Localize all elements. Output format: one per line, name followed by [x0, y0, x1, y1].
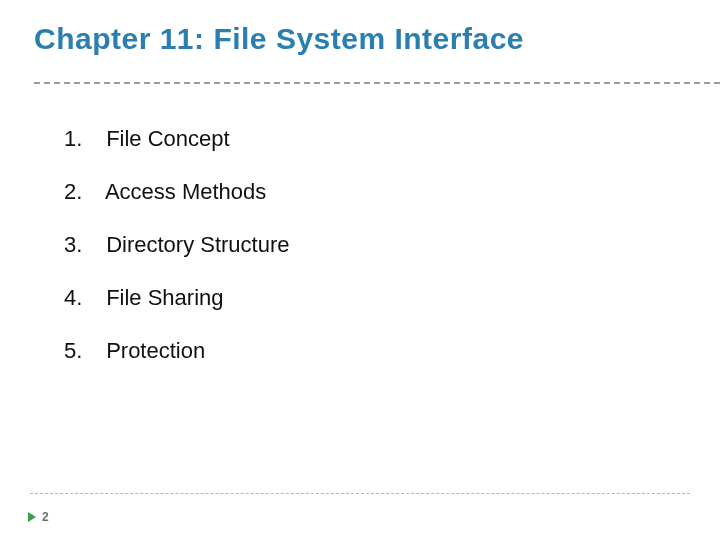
- list-item: 3. Directory Structure: [64, 232, 680, 258]
- item-number: 3.: [64, 232, 100, 258]
- item-text: File Sharing: [106, 285, 223, 310]
- list-item: 2. Access Methods: [64, 179, 680, 205]
- topic-list: 1. File Concept 2. Access Methods 3. Dir…: [64, 126, 680, 391]
- footer-divider: [30, 493, 690, 494]
- item-number: 4.: [64, 285, 100, 311]
- page-number: 2: [42, 510, 49, 524]
- slide-title: Chapter 11: File System Interface: [34, 22, 524, 56]
- triangle-right-icon: [28, 512, 36, 522]
- list-item: 5. Protection: [64, 338, 680, 364]
- item-text: File Concept: [106, 126, 230, 151]
- item-text: Access Methods: [105, 179, 266, 204]
- item-number: 1.: [64, 126, 100, 152]
- list-item: 4. File Sharing: [64, 285, 680, 311]
- item-number: 5.: [64, 338, 100, 364]
- item-number: 2.: [64, 179, 100, 205]
- item-text: Directory Structure: [106, 232, 289, 257]
- list-item: 1. File Concept: [64, 126, 680, 152]
- slide: Chapter 11: File System Interface 1. Fil…: [0, 0, 720, 540]
- item-text: Protection: [106, 338, 205, 363]
- page-indicator: 2: [28, 510, 49, 524]
- title-divider: [34, 82, 720, 84]
